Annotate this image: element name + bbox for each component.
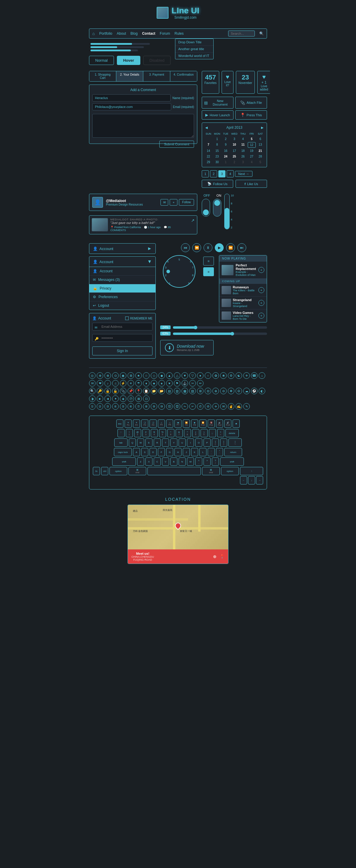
icon-34[interactable]: ♥ <box>166 380 173 386</box>
key-j[interactable]: J <box>183 448 190 456</box>
key-fn[interactable]: fn <box>93 467 100 475</box>
cal-day-11[interactable]: 11 <box>239 142 247 148</box>
icon-8[interactable]: ☆ <box>143 372 150 379</box>
new-document-button[interactable]: ▤ New Document <box>202 97 234 108</box>
icon-35[interactable]: ⚑ <box>174 380 180 386</box>
key-comma[interactable]: <, <box>195 458 202 466</box>
now-playing-add-button[interactable]: + <box>258 267 264 273</box>
key-z[interactable]: Z <box>137 458 144 466</box>
key-1[interactable]: !1 <box>126 429 133 437</box>
key-k[interactable]: K <box>191 448 198 456</box>
key-slash[interactable]: ?/ <box>212 458 219 466</box>
queue-add-2[interactable]: + <box>258 300 264 306</box>
icon-73[interactable]: ④ <box>112 403 119 410</box>
vertical-slider[interactable]: 10 8 6 4 2 <box>224 194 230 229</box>
dropdown-item-3[interactable]: Wonderful world of IT <box>175 53 213 59</box>
icon-83[interactable]: ✃ <box>189 403 196 410</box>
icon-21[interactable]: ✈ <box>243 372 250 379</box>
icon-90[interactable]: ✎ <box>243 403 250 410</box>
cal-day-27[interactable]: 28 <box>256 154 264 159</box>
toggle-off-control[interactable] <box>202 199 210 217</box>
key-f2[interactable]: ☀F2 <box>133 420 140 428</box>
queue-add-1[interactable]: + <box>258 287 264 293</box>
icon-14[interactable]: ▽ <box>189 372 196 379</box>
remember-checkbox[interactable] <box>125 316 129 320</box>
icon-27[interactable]: ♫ <box>112 380 119 386</box>
icon-33[interactable]: ♠ <box>158 380 165 386</box>
key-0[interactable]: )0 <box>201 429 208 437</box>
cal-day-30[interactable]: 30 <box>213 160 221 165</box>
cal-day-13[interactable]: 13 <box>256 142 264 148</box>
key-c[interactable]: C <box>154 458 161 466</box>
key-i[interactable]: I <box>187 438 194 447</box>
dropdown-item-2[interactable]: Another great title <box>175 46 213 53</box>
icon-81[interactable]: ⑫ <box>174 403 180 410</box>
cal-prev-button[interactable]: ◄ <box>204 125 209 130</box>
key-w[interactable]: W <box>137 438 144 447</box>
key-up[interactable]: ↑ <box>240 467 263 475</box>
step-4[interactable]: 4. Confirmation <box>170 71 197 81</box>
key-quote[interactable]: "' <box>216 448 223 456</box>
key-left[interactable]: ← <box>240 476 247 485</box>
key-f6[interactable]: ☼F6 <box>166 420 173 428</box>
icon-5[interactable]: ◉ <box>120 372 126 379</box>
icon-89[interactable]: ✍ <box>236 403 242 410</box>
key-tab[interactable]: tab <box>114 438 127 447</box>
key-6[interactable]: ^6 <box>167 429 174 437</box>
list-btn-2[interactable]: ≡ <box>203 267 214 276</box>
cal-day-10[interactable]: 10 <box>230 142 238 148</box>
page-3[interactable]: 3 <box>218 170 226 177</box>
icon-15[interactable]: ● <box>197 372 204 379</box>
icon-26[interactable]: ♪ <box>105 380 111 386</box>
submit-comment-button[interactable]: Submit Comment <box>159 141 194 148</box>
icon-48[interactable]: 📂 <box>158 388 165 394</box>
key-f7[interactable]: ⏮F7 <box>174 420 182 428</box>
key-e[interactable]: E <box>145 438 152 447</box>
like-button[interactable]: f Like Us <box>236 180 267 188</box>
step-3[interactable]: 3. Payment <box>143 71 170 81</box>
icon-60[interactable]: ⚽ <box>251 388 258 394</box>
love-added-stat[interactable]: ♥ + 1 Love added <box>257 71 270 94</box>
icon-37[interactable]: ✂ <box>189 380 196 386</box>
icon-16[interactable]: ○ <box>205 372 211 379</box>
progress-handle-1[interactable] <box>194 326 197 329</box>
icon-28[interactable]: ⚡ <box>120 380 126 386</box>
icon-43[interactable]: 📎 <box>120 388 126 394</box>
nav-forum[interactable]: Forum <box>160 31 170 36</box>
progress-bar-2[interactable] <box>173 333 267 335</box>
toggle-on-control[interactable] <box>213 199 221 217</box>
cal-day-20[interactable]: 21 <box>256 148 264 153</box>
icon-77[interactable]: ⑧ <box>143 403 150 410</box>
hover-button[interactable]: Hover <box>117 56 140 65</box>
icon-38[interactable]: ✏ <box>197 380 204 386</box>
key-b[interactable]: B <box>170 458 177 466</box>
cal-day-24[interactable]: 25 <box>230 154 238 159</box>
key-m[interactable]: M <box>187 458 194 466</box>
icon-69[interactable]: ⊡ <box>143 396 150 402</box>
key-f1[interactable]: ☀F1 <box>125 420 132 428</box>
icon-68[interactable]: ⊠ <box>135 396 142 402</box>
icon-44[interactable]: 📌 <box>127 388 134 394</box>
icon-82[interactable]: ✁ <box>182 403 188 410</box>
key-f5[interactable]: ☼F5 <box>158 420 165 428</box>
key-v[interactable]: V <box>162 458 169 466</box>
progress-bar-1[interactable] <box>173 326 267 329</box>
icon-49[interactable]: ▤ <box>166 388 173 394</box>
nav-about[interactable]: About <box>117 31 126 36</box>
account-expanded-header[interactable]: 👤 Account ▼ <box>89 257 155 267</box>
normal-button[interactable]: Normal <box>89 56 114 65</box>
key-semicolon[interactable]: :; <box>208 448 215 456</box>
icon-39[interactable]: 🔍 <box>89 388 95 394</box>
cal-day-4[interactable]: 4 <box>239 136 247 142</box>
key-space[interactable] <box>147 467 201 475</box>
ctrl-play[interactable]: ▶ <box>215 243 224 252</box>
key-f8[interactable]: ⏪F8 <box>183 420 190 428</box>
icon-87[interactable]: ✉ <box>220 403 227 410</box>
icon-55[interactable]: ⊕ <box>212 388 219 394</box>
key-f11[interactable]: 🔇F11 <box>208 420 215 428</box>
icon-36[interactable]: ⚓ <box>182 380 188 386</box>
icon-53[interactable]: ⊞ <box>197 388 204 394</box>
nav-blog[interactable]: Blog <box>130 31 138 36</box>
icon-47[interactable]: 📁 <box>151 388 157 394</box>
cal-day-1[interactable]: 1 <box>213 136 221 142</box>
